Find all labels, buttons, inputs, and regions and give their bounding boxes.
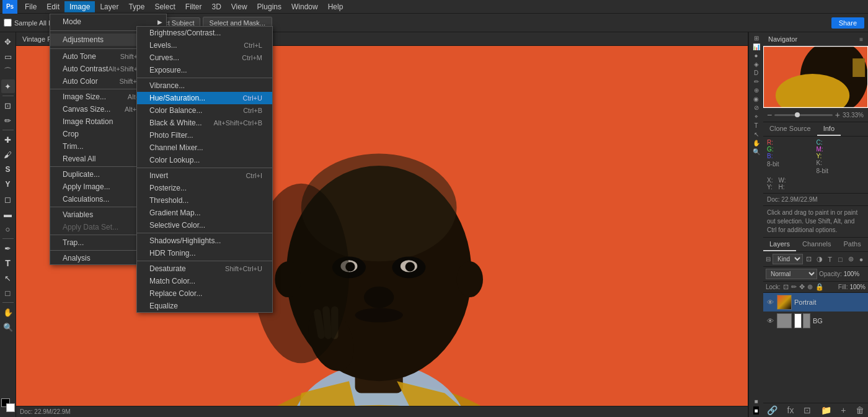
- rectangular-marquee-tool[interactable]: ▭: [1, 50, 15, 63]
- adj-brightness-contrast[interactable]: Brightness/Contrast...: [137, 27, 272, 39]
- path-selection-tool[interactable]: ↖: [1, 271, 15, 285]
- panel-icon-10[interactable]: ⌖: [755, 113, 758, 120]
- lock-position-icon[interactable]: ✥: [799, 283, 805, 291]
- menu-view[interactable]: View: [226, 1, 252, 12]
- clone-stamp-tool[interactable]: S: [1, 163, 15, 176]
- menu-image[interactable]: Image: [64, 1, 95, 12]
- layer-item-bg[interactable]: 👁 BG: [763, 312, 868, 330]
- clone-source-tab[interactable]: Clone Source: [763, 122, 817, 136]
- menu-layer[interactable]: Layer: [95, 1, 123, 12]
- adj-gradient-map[interactable]: Gradient Map...: [137, 207, 272, 219]
- zoom-in-button[interactable]: +: [835, 110, 840, 120]
- adj-selective-color[interactable]: Selective Color...: [137, 219, 272, 231]
- panel-icon-13[interactable]: ✋: [753, 140, 760, 146]
- layer-visibility-bg[interactable]: 👁: [766, 316, 774, 325]
- menu-window[interactable]: Window: [286, 1, 323, 12]
- menu-file[interactable]: File: [20, 1, 42, 12]
- hand-tool[interactable]: ✋: [1, 305, 15, 319]
- healing-brush-tool[interactable]: ✚: [1, 133, 15, 146]
- adj-levels[interactable]: Levels... Ctrl+L: [137, 39, 272, 52]
- adj-exposure[interactable]: Exposure...: [137, 64, 272, 76]
- type-filter-icon[interactable]: T: [826, 254, 835, 264]
- opacity-value[interactable]: 100%: [844, 271, 860, 277]
- adj-equalize[interactable]: Equalize: [137, 300, 272, 312]
- panel-icon-8[interactable]: ◉: [753, 96, 759, 102]
- pen-tool[interactable]: ✒: [1, 241, 15, 255]
- smart-object-filter-icon[interactable]: ⊛: [846, 254, 855, 264]
- foreground-background-colors[interactable]: [1, 398, 15, 412]
- panel-icon-1[interactable]: ⊞: [754, 35, 759, 42]
- delete-layer-button[interactable]: 🗑: [856, 405, 864, 415]
- adj-threshold[interactable]: Threshold...: [137, 194, 272, 207]
- layer-item-portrait[interactable]: 👁 Portrait: [763, 293, 868, 312]
- type-tool[interactable]: T: [1, 256, 15, 270]
- adj-posterize[interactable]: Posterize...: [137, 182, 272, 194]
- brush-tool[interactable]: 🖌: [1, 148, 15, 161]
- lock-all-icon[interactable]: 🔒: [815, 283, 824, 291]
- add-mask-button[interactable]: ⊡: [804, 405, 811, 415]
- channels-tab[interactable]: Channels: [796, 238, 837, 251]
- zoom-slider[interactable]: [774, 114, 833, 116]
- shape-tool[interactable]: □: [1, 286, 15, 300]
- shape-filter-icon[interactable]: □: [836, 254, 844, 264]
- lasso-tool[interactable]: ⌒: [1, 65, 15, 78]
- adj-replace-color[interactable]: Replace Color...: [137, 287, 272, 300]
- adj-hdr-toning[interactable]: HDR Toning...: [137, 247, 272, 259]
- eraser-tool[interactable]: ◻: [1, 192, 15, 206]
- dodge-tool[interactable]: ○: [1, 222, 15, 236]
- menu-type[interactable]: Type: [123, 1, 149, 12]
- zoom-tool[interactable]: 🔍: [1, 320, 15, 334]
- adj-black-white[interactable]: Black & White... Alt+Shift+Ctrl+B: [137, 117, 272, 129]
- lock-pixel-icon[interactable]: ✏: [791, 283, 797, 291]
- panel-icon-fg[interactable]: ■: [754, 398, 758, 405]
- new-group-button[interactable]: 📁: [821, 405, 831, 415]
- adj-hue-saturation[interactable]: Hue/Saturation... Ctrl+U: [137, 92, 272, 104]
- menu-filter[interactable]: Filter: [180, 1, 207, 12]
- link-layers-button[interactable]: 🔗: [767, 405, 777, 415]
- adj-curves[interactable]: Curves... Ctrl+M: [137, 52, 272, 64]
- eyedropper-tool[interactable]: ✏: [1, 114, 15, 127]
- navigator-more[interactable]: ≡: [859, 36, 863, 43]
- panel-icon-6[interactable]: ✏: [754, 78, 759, 85]
- adj-color-balance[interactable]: Color Balance... Ctrl+B: [137, 104, 272, 117]
- adj-channel-mixer[interactable]: Channel Mixer...: [137, 141, 272, 154]
- menu-select[interactable]: Select: [149, 1, 180, 12]
- panel-icon-11[interactable]: T: [754, 122, 758, 129]
- kind-filter-select[interactable]: Kind: [773, 254, 803, 264]
- adj-color-lookup[interactable]: Color Lookup...: [137, 154, 272, 166]
- panel-icon-12[interactable]: ↖: [754, 131, 759, 138]
- adj-shadows-highlights[interactable]: Shadows/Highlights...: [137, 235, 272, 247]
- blend-mode-select[interactable]: Normal: [766, 269, 817, 279]
- adj-vibrance[interactable]: Vibrance...: [137, 79, 272, 92]
- adj-desaturate[interactable]: Desaturate Shift+Ctrl+U: [137, 262, 272, 275]
- menu-help[interactable]: Help: [323, 1, 348, 12]
- paths-tab[interactable]: Paths: [838, 238, 867, 251]
- menu-edit[interactable]: Edit: [42, 1, 64, 12]
- lock-artboard-icon[interactable]: ⊕: [807, 283, 813, 291]
- background-color[interactable]: [6, 403, 15, 412]
- fill-value[interactable]: 100%: [849, 284, 866, 290]
- layers-tab[interactable]: Layers: [763, 238, 796, 251]
- crop-tool[interactable]: ⊡: [1, 99, 15, 112]
- zoom-out-button[interactable]: −: [767, 110, 772, 120]
- panel-icon-5[interactable]: D: [754, 70, 758, 76]
- adjustment-filter-icon[interactable]: ◑: [815, 254, 824, 264]
- adj-photo-filter[interactable]: Photo Filter...: [137, 129, 272, 141]
- new-layer-button[interactable]: +: [841, 405, 846, 415]
- pixel-filter-icon[interactable]: ⊡: [805, 254, 813, 264]
- panel-fg-color[interactable]: ■: [753, 406, 758, 415]
- share-button[interactable]: Share: [831, 17, 864, 29]
- gradient-tool[interactable]: ▬: [1, 207, 15, 221]
- panel-icon-7[interactable]: ⊕: [754, 87, 759, 94]
- menu-3d[interactable]: 3D: [206, 1, 226, 12]
- magic-wand-tool[interactable]: ✦: [1, 79, 15, 93]
- panel-icon-4[interactable]: ◈: [754, 61, 759, 68]
- filter-toggle[interactable]: ●: [857, 254, 866, 264]
- panel-icon-2[interactable]: 📊: [753, 43, 760, 50]
- move-tool[interactable]: ✥: [1, 35, 15, 48]
- panel-icon-3[interactable]: ●: [754, 52, 758, 59]
- info-tab[interactable]: Info: [817, 122, 841, 136]
- panel-icon-14[interactable]: 🔍: [753, 148, 760, 155]
- lock-transparent-icon[interactable]: ⊡: [783, 283, 789, 291]
- history-brush-tool[interactable]: Y: [1, 177, 15, 191]
